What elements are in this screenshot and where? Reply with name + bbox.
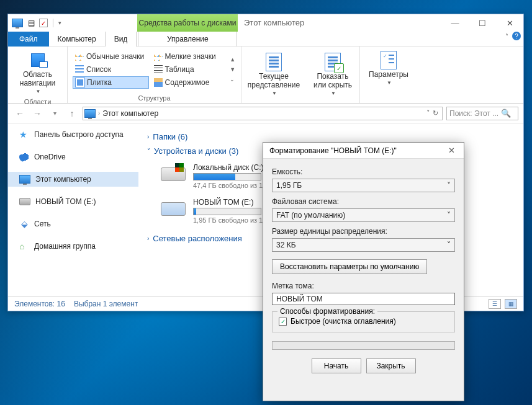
capacity-select[interactable]: 1,95 ГБ˅ bbox=[272, 179, 455, 192]
show-hide-label: Показать или скрыть bbox=[311, 72, 354, 89]
format-options-label: Способы форматирования: bbox=[277, 307, 377, 316]
minimize-button[interactable]: — bbox=[441, 14, 469, 32]
chevron-right-icon: › bbox=[147, 235, 149, 242]
table-icon bbox=[154, 65, 163, 74]
view-large-button[interactable]: ▦ bbox=[505, 299, 517, 309]
ribbon-collapse-icon[interactable]: ˄ bbox=[505, 33, 508, 40]
gallery-down-icon[interactable]: ▼ bbox=[230, 66, 236, 73]
menu-file[interactable]: Файл bbox=[8, 32, 49, 47]
nav-homegroup[interactable]: ⌂Домашняя группа bbox=[8, 239, 138, 254]
menu-computer[interactable]: Компьютер bbox=[49, 32, 105, 47]
chevron-down-icon: ▼ bbox=[387, 80, 392, 86]
view-content[interactable]: Содержимое bbox=[151, 76, 228, 89]
progress-bar bbox=[272, 341, 455, 350]
back-button[interactable]: ← bbox=[13, 107, 27, 120]
dialog-close-button[interactable]: ✕ bbox=[443, 145, 460, 157]
search-placeholder: Поиск: Этот ... bbox=[449, 109, 498, 118]
view-tile[interactable]: Плитка bbox=[73, 76, 149, 89]
dialog-titlebar[interactable]: Форматирование "НОВЫЙ ТОМ (E:)" ✕ bbox=[263, 143, 464, 159]
nav-quick-access[interactable]: ★Панель быстрого доступа bbox=[8, 127, 138, 142]
show-hide-button[interactable]: Показать или скрыть ▼ bbox=[306, 47, 359, 103]
drive-capacity-bar bbox=[193, 208, 261, 215]
address-bar: ← → ▾ ↑ › Этот компьютер ˅ ↻ Поиск: Этот… bbox=[8, 104, 523, 123]
chevron-down-icon: ˅ bbox=[147, 148, 150, 154]
checkbox-icon: ✓ bbox=[279, 318, 287, 326]
address-dropdown-icon[interactable]: ˅ bbox=[426, 109, 430, 117]
current-view-button[interactable]: Текущее представление ▼ bbox=[241, 47, 306, 103]
start-button[interactable]: Начать bbox=[312, 358, 361, 373]
drive-icon bbox=[19, 198, 30, 205]
address-field[interactable]: › Этот компьютер ˅ ↻ bbox=[83, 107, 443, 120]
restore-defaults-button[interactable]: Восстановить параметры по умолчанию bbox=[272, 259, 427, 274]
filesystem-label: Файловая система: bbox=[272, 197, 455, 206]
network-icon: ⬙ bbox=[19, 219, 29, 229]
chevron-down-icon: ▼ bbox=[331, 91, 336, 96]
menubar: Файл Компьютер Вид Управление ˄ ? bbox=[8, 32, 523, 47]
refresh-icon[interactable]: ↻ bbox=[433, 109, 438, 117]
menu-manage[interactable]: Управление bbox=[138, 32, 237, 47]
gallery-more-icon[interactable]: ⌄ bbox=[230, 76, 236, 82]
contextual-tab-disktools: Средства работы с дисками bbox=[137, 14, 238, 32]
quick-format-checkbox[interactable]: ✓ Быстрое (очистка оглавления) bbox=[279, 317, 448, 326]
ribbon-group-structure: Структура bbox=[71, 93, 237, 102]
view-table[interactable]: Таблица bbox=[151, 63, 228, 76]
view-normal-icons[interactable]: Обычные значки bbox=[73, 50, 149, 63]
normal-icons-icon bbox=[75, 52, 84, 61]
nav-new-volume[interactable]: НОВЫЙ ТОМ (E:) bbox=[8, 194, 138, 209]
search-field[interactable]: Поиск: Этот ... 🔍 bbox=[446, 107, 518, 120]
view-details-button[interactable]: ☰ bbox=[489, 299, 501, 309]
view-list[interactable]: Список bbox=[73, 63, 149, 76]
qat-dropdown[interactable]: ▾ bbox=[58, 20, 61, 26]
computer-icon bbox=[19, 175, 30, 184]
status-elements: Элементов: 16 bbox=[14, 300, 65, 308]
nav-network[interactable]: ⬙Сеть bbox=[8, 216, 138, 231]
current-view-icon bbox=[266, 53, 282, 71]
view-small-icons[interactable]: Мелкие значки bbox=[151, 50, 228, 63]
computer-icon bbox=[84, 109, 96, 118]
allocation-select[interactable]: 32 КБ˅ bbox=[272, 238, 455, 252]
params-label: Параметры bbox=[369, 70, 408, 79]
gallery-up-icon[interactable]: ▲ bbox=[230, 56, 236, 63]
qat-checkbox[interactable]: ✓ bbox=[39, 19, 48, 27]
titlebar[interactable]: ▤ ✓ ▾ Средства работы с дисками Этот ком… bbox=[8, 14, 523, 32]
qat-properties-icon[interactable]: ▤ bbox=[25, 17, 37, 29]
homegroup-icon: ⌂ bbox=[19, 241, 29, 251]
windows-logo-icon bbox=[175, 163, 184, 172]
disk-icon bbox=[161, 167, 186, 181]
chevron-down-icon: ˅ bbox=[447, 181, 451, 190]
current-view-label: Текущее представление bbox=[246, 72, 301, 89]
filesystem-select[interactable]: FAT (по умолчанию)˅ bbox=[272, 208, 455, 222]
capacity-label: Емкость: bbox=[272, 167, 455, 176]
maximize-button[interactable]: ☐ bbox=[469, 14, 496, 32]
format-options-group: Способы форматирования: ✓ Быстрое (очист… bbox=[272, 311, 455, 332]
disk-icon bbox=[161, 202, 186, 216]
volume-input[interactable]: НОВЫЙ ТОМ bbox=[272, 293, 455, 305]
chevron-down-icon: ˅ bbox=[447, 211, 451, 220]
drive-capacity-bar bbox=[193, 173, 261, 180]
show-hide-icon bbox=[325, 53, 341, 71]
nav-onedrive[interactable]: OneDrive bbox=[8, 149, 138, 164]
nav-this-pc[interactable]: Этот компьютер bbox=[8, 172, 138, 187]
ribbon: Область навигации ▼ Области Обычные знач… bbox=[8, 47, 523, 104]
drive-free-text: 47,4 ГБ свободно из 1 bbox=[193, 182, 264, 189]
forward-button[interactable]: → bbox=[30, 107, 44, 120]
chevron-down-icon: ▼ bbox=[36, 89, 41, 94]
menu-view[interactable]: Вид bbox=[105, 32, 137, 47]
chevron-down-icon: ▼ bbox=[272, 91, 277, 96]
list-icon bbox=[75, 65, 84, 74]
status-selected: Выбран 1 элемент bbox=[74, 300, 138, 308]
help-icon[interactable]: ? bbox=[512, 32, 521, 40]
close-button[interactable]: Закрыть bbox=[366, 358, 416, 373]
nav-pane-icon bbox=[31, 53, 45, 67]
chevron-right-icon: › bbox=[98, 110, 100, 117]
dialog-title-text: Форматирование "НОВЫЙ ТОМ (E:)" bbox=[269, 146, 397, 155]
section-folders[interactable]: ›Папки (6) bbox=[147, 132, 515, 141]
up-button[interactable]: ↑ bbox=[65, 107, 79, 120]
params-button[interactable]: Параметры ▼ bbox=[364, 49, 413, 88]
close-button[interactable]: ✕ bbox=[496, 14, 523, 32]
search-icon: 🔍 bbox=[501, 109, 511, 118]
nav-pane-button[interactable]: Область навигации ▼ bbox=[12, 49, 63, 97]
recent-dropdown[interactable]: ▾ bbox=[48, 107, 61, 120]
tile-icon bbox=[76, 78, 84, 87]
chevron-down-icon: ˅ bbox=[447, 241, 451, 249]
